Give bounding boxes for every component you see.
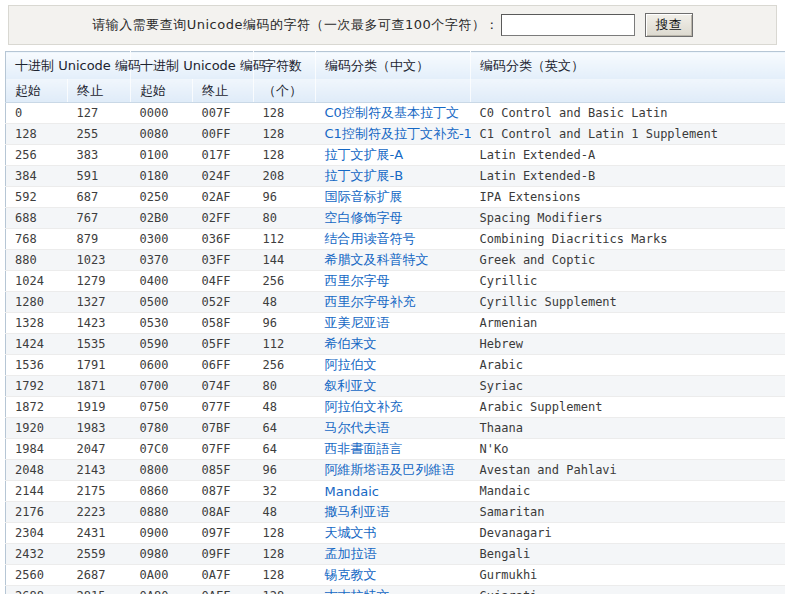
- category-zh-link[interactable]: 空白修饰字母: [325, 210, 403, 225]
- table-row: 230424310900097F128天城文书Devanagari: [6, 523, 785, 544]
- search-button[interactable]: 搜查: [645, 13, 693, 37]
- table-row: 1984204707C007FF64西非書面語言N'Ko: [6, 439, 785, 460]
- category-en-cell: Latin Extended-B: [471, 166, 785, 187]
- char-count-cell: 96: [254, 313, 316, 334]
- dec-start-cell: 1328: [6, 313, 68, 334]
- category-zh-link[interactable]: 锡克教文: [325, 567, 377, 582]
- category-zh-link[interactable]: 叙利亚文: [325, 378, 377, 393]
- char-count-cell: 144: [254, 250, 316, 271]
- hex-start-cell: 0500: [131, 292, 193, 313]
- category-zh-link[interactable]: 希伯来文: [325, 336, 377, 351]
- search-panel: 请输入需要查询Unicode编码的字符（一次最多可查100个字符）： 搜查: [8, 5, 777, 45]
- table-row: 3845910180024F208拉丁文扩展-BLatin Extended-B: [6, 166, 785, 187]
- search-input[interactable]: [501, 14, 635, 36]
- subheader-dec-start: 起始: [6, 79, 68, 103]
- category-en-cell: Greek and Coptic: [471, 250, 785, 271]
- dec-end-cell: 1983: [68, 418, 131, 439]
- header-char-count: 字符数: [254, 52, 316, 80]
- table-row: 256026870A000A7F128锡克教文Gurmukhi: [6, 565, 785, 586]
- category-zh-link[interactable]: 亚美尼亚语: [325, 315, 390, 330]
- dec-end-cell: 767: [68, 208, 131, 229]
- hex-start-cell: 0900: [131, 523, 193, 544]
- category-zh-link[interactable]: 拉丁文扩展-B: [325, 168, 404, 183]
- hex-start-cell: 0000: [131, 103, 193, 124]
- category-zh-cell: 马尔代夫语: [316, 418, 471, 439]
- char-count-cell: 128: [254, 565, 316, 586]
- table-row: 7688790300036F112结合用读音符号Combining Diacri…: [6, 229, 785, 250]
- category-en-cell: Avestan and Pahlavi: [471, 460, 785, 481]
- category-en-cell: Cyrillic: [471, 271, 785, 292]
- hex-start-cell: 0860: [131, 481, 193, 502]
- char-count-cell: 128: [254, 145, 316, 166]
- category-zh-cell: Mandaic: [316, 481, 471, 502]
- hex-end-cell: 077F: [193, 397, 254, 418]
- category-zh-link[interactable]: 希腊文及科普特文: [325, 252, 429, 267]
- category-zh-link[interactable]: 撒马利亚语: [325, 504, 390, 519]
- dec-start-cell: 880: [6, 250, 68, 271]
- hex-start-cell: 0100: [131, 145, 193, 166]
- hex-start-cell: 0980: [131, 544, 193, 565]
- hex-start-cell: 0880: [131, 502, 193, 523]
- subheader-empty-en: [471, 79, 785, 103]
- char-count-cell: 128: [254, 586, 316, 594]
- char-count-cell: 96: [254, 460, 316, 481]
- category-zh-link[interactable]: 西非書面語言: [325, 441, 403, 456]
- category-zh-cell: 阿拉伯文: [316, 355, 471, 376]
- category-zh-link[interactable]: 古吉拉特文: [325, 588, 390, 594]
- hex-end-cell: 02AF: [193, 187, 254, 208]
- table-row: 268828150A800AFF128古吉拉特文Gujarati: [6, 586, 785, 594]
- dec-start-cell: 1536: [6, 355, 68, 376]
- hex-start-cell: 0780: [131, 418, 193, 439]
- dec-start-cell: 2144: [6, 481, 68, 502]
- category-en-cell: Syriac: [471, 376, 785, 397]
- hex-start-cell: 02B0: [131, 208, 193, 229]
- category-zh-link[interactable]: 阿維斯塔语及巴列維语: [325, 462, 455, 477]
- hex-end-cell: 06FF: [193, 355, 254, 376]
- char-count-cell: 48: [254, 292, 316, 313]
- hex-end-cell: 017F: [193, 145, 254, 166]
- category-zh-link[interactable]: 西里尔字母补充: [325, 294, 416, 309]
- dec-end-cell: 2431: [68, 523, 131, 544]
- hex-start-cell: 0400: [131, 271, 193, 292]
- hex-end-cell: 087F: [193, 481, 254, 502]
- category-zh-link[interactable]: C1控制符及拉丁文补充-1: [325, 126, 471, 141]
- dec-start-cell: 592: [6, 187, 68, 208]
- category-zh-link[interactable]: 阿拉伯文: [325, 357, 377, 372]
- category-zh-link[interactable]: 西里尔字母: [325, 273, 390, 288]
- category-zh-link[interactable]: 国际音标扩展: [325, 189, 403, 204]
- dec-end-cell: 2223: [68, 502, 131, 523]
- category-zh-cell: 亚美尼亚语: [316, 313, 471, 334]
- dec-end-cell: 1279: [68, 271, 131, 292]
- char-count-cell: 112: [254, 334, 316, 355]
- hex-end-cell: 0AFF: [193, 586, 254, 594]
- dec-start-cell: 256: [6, 145, 68, 166]
- category-zh-cell: 西里尔字母: [316, 271, 471, 292]
- category-zh-link[interactable]: C0控制符及基本拉丁文: [325, 105, 459, 120]
- table-row: 204821430800085F96阿維斯塔语及巴列維语Avestan and …: [6, 460, 785, 481]
- hex-end-cell: 0A7F: [193, 565, 254, 586]
- hex-end-cell: 03FF: [193, 250, 254, 271]
- category-zh-link[interactable]: 拉丁文扩展-A: [325, 147, 404, 162]
- hex-start-cell: 0080: [131, 124, 193, 145]
- category-zh-link[interactable]: 马尔代夫语: [325, 420, 390, 435]
- category-zh-link[interactable]: 天城文书: [325, 525, 377, 540]
- dec-start-cell: 1424: [6, 334, 68, 355]
- table-row: 8801023037003FF144希腊文及科普特文Greek and Copt…: [6, 250, 785, 271]
- category-en-cell: Cyrillic Supplement: [471, 292, 785, 313]
- hex-end-cell: 00FF: [193, 124, 254, 145]
- category-en-cell: Samaritan: [471, 502, 785, 523]
- dec-end-cell: 1919: [68, 397, 131, 418]
- char-count-cell: 64: [254, 418, 316, 439]
- category-zh-link[interactable]: 阿拉伯文补充: [325, 399, 403, 414]
- table-group-header-row: 十进制 Unicode 编码 十进制 Unicode 编码 字符数 编码分类（中…: [6, 52, 785, 80]
- hex-start-cell: 07C0: [131, 439, 193, 460]
- hex-start-cell: 0700: [131, 376, 193, 397]
- subheader-dec-end: 终止: [68, 79, 131, 103]
- category-zh-link[interactable]: 孟加拉语: [325, 546, 377, 561]
- hex-end-cell: 097F: [193, 523, 254, 544]
- category-en-cell: Gurmukhi: [471, 565, 785, 586]
- table-row: 14241535059005FF112希伯来文Hebrew: [6, 334, 785, 355]
- hex-start-cell: 0750: [131, 397, 193, 418]
- category-zh-link[interactable]: Mandaic: [325, 484, 379, 499]
- category-zh-link[interactable]: 结合用读音符号: [325, 231, 416, 246]
